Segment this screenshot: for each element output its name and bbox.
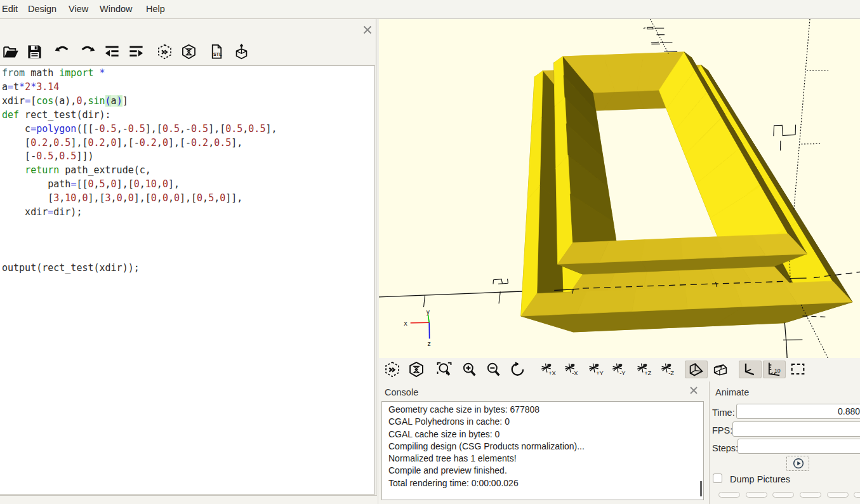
- menu-edit[interactable]: Edit: [2, 0, 18, 18]
- console-title: Console: [385, 387, 418, 397]
- console-close-button[interactable]: [687, 384, 700, 397]
- render-preview-icon: [383, 361, 401, 378]
- viewtb-zoom-in-button[interactable]: [460, 361, 478, 378]
- view-px-icon: +X: [539, 361, 557, 378]
- view-mx-icon: -X: [562, 361, 580, 378]
- view-mz-icon: -Z: [659, 361, 677, 378]
- dump-pictures-checkbox[interactable]: [713, 474, 722, 483]
- open-icon: [3, 43, 20, 60]
- fps-input[interactable]: [732, 421, 860, 437]
- viewtb-zoom-fit-button[interactable]: [435, 361, 453, 378]
- viewtb-view-my-button[interactable]: -Y: [610, 361, 628, 378]
- menu-view[interactable]: View: [69, 0, 88, 18]
- view-toolbar: +X-X+Y-Y+Z-Z10: [379, 358, 860, 381]
- pill-button-1[interactable]: [718, 492, 740, 498]
- svg-text:10: 10: [774, 368, 781, 374]
- view-py-icon: +Y: [586, 361, 604, 378]
- viewtb-view-mx-button[interactable]: -X: [562, 361, 580, 378]
- zoom-in-icon: [460, 361, 478, 378]
- svg-text:-Z: -Z: [668, 370, 674, 376]
- editor-undo-button[interactable]: [54, 43, 71, 60]
- editor-redo-button[interactable]: [79, 43, 96, 60]
- show-axes-icon: [741, 361, 759, 378]
- fps-label: FPS:: [712, 425, 732, 435]
- svg-text:-X: -X: [572, 370, 578, 376]
- render-icon: [407, 361, 425, 378]
- viewport-3d[interactable]: x y z: [379, 19, 860, 358]
- zoom-fit-icon: [435, 361, 453, 378]
- viewtb-view-px-button[interactable]: +X: [539, 361, 557, 378]
- viewtb-view-mz-button[interactable]: -Z: [659, 361, 677, 378]
- menu-design[interactable]: Design: [28, 0, 56, 18]
- viewtb-render-preview-button[interactable]: [383, 361, 401, 378]
- pill-button-3[interactable]: [772, 492, 794, 498]
- unindent-icon: [103, 43, 121, 60]
- viewtb-view-pz-button[interactable]: +Z: [635, 361, 652, 378]
- render-icon: [180, 43, 197, 60]
- pill-button-5[interactable]: [827, 492, 849, 498]
- render-preview-icon: [156, 43, 173, 60]
- console-log[interactable]: Geometry cache size in bytes: 677808CGAL…: [381, 401, 704, 500]
- viewtb-render-button[interactable]: [407, 361, 425, 378]
- redo-icon: [79, 43, 96, 60]
- editor-export-stl-button[interactable]: STL: [208, 43, 225, 60]
- viewtb-perspective-button[interactable]: [685, 361, 708, 378]
- viewtb-zoom-out-button[interactable]: [484, 361, 502, 378]
- perspective-icon: [687, 361, 705, 378]
- editor-save-button[interactable]: [26, 43, 43, 60]
- menu-bar: Edit Design View Window Help: [0, 0, 860, 19]
- code-editor[interactable]: from math import *a=t*2*3.14xdir=[cos(a)…: [0, 65, 375, 494]
- editor-render-button[interactable]: [180, 43, 197, 60]
- viewtb-view-py-button[interactable]: +Y: [586, 361, 604, 378]
- dump-pictures-label: Dump Pictures: [730, 474, 790, 484]
- pill-button-6[interactable]: [854, 492, 860, 498]
- editor-render-preview-button[interactable]: [156, 43, 173, 60]
- view-pz-icon: +Z: [635, 361, 652, 378]
- play-button[interactable]: [786, 456, 809, 471]
- viewtb-orthographic-button[interactable]: [711, 361, 729, 378]
- svg-text:+Y: +Y: [596, 370, 604, 376]
- undo-icon: [54, 43, 71, 60]
- play-icon: [791, 456, 805, 470]
- close-icon: [687, 384, 700, 397]
- console-scrollbar-thumb[interactable]: [700, 481, 702, 496]
- gizmo-x-label: x: [404, 320, 407, 327]
- gizmo-z-label: z: [427, 340, 431, 347]
- svg-text:-Y: -Y: [619, 370, 626, 376]
- viewtb-view-all-button[interactable]: [789, 361, 807, 378]
- zoom-out-icon: [484, 361, 502, 378]
- editor-close-button[interactable]: [361, 23, 374, 37]
- show-scale-markers-icon: 10: [765, 361, 783, 378]
- export-stl-icon: STL: [208, 43, 225, 60]
- viewtb-show-scale-markers-button[interactable]: 10: [763, 361, 786, 378]
- time-label: Time:: [712, 408, 735, 418]
- menu-help[interactable]: Help: [146, 0, 165, 18]
- animate-dock: Animate Time: FPS: Steps: Dump Pictures: [709, 381, 860, 504]
- animate-title: Animate: [715, 387, 749, 397]
- viewtb-reset-view-button[interactable]: [509, 361, 527, 378]
- view-all-icon: [789, 361, 807, 378]
- editor-unindent-button[interactable]: [103, 43, 121, 60]
- indent-icon: [128, 43, 145, 60]
- steps-label: Steps:: [712, 443, 738, 453]
- svg-text:+X: +X: [548, 370, 556, 376]
- pill-button-4[interactable]: [800, 492, 821, 498]
- save-icon: [26, 43, 43, 60]
- render-3d-object: x y z: [379, 19, 860, 358]
- menu-window[interactable]: Window: [100, 0, 133, 18]
- viewtb-show-axes-button[interactable]: [739, 361, 762, 378]
- view-my-icon: -Y: [610, 361, 628, 378]
- svg-text:STL: STL: [213, 51, 222, 57]
- orthographic-icon: [711, 361, 729, 378]
- time-input[interactable]: [736, 404, 860, 419]
- pill-button-2[interactable]: [746, 492, 767, 498]
- window-bottom-strip: [0, 495, 377, 504]
- editor-dock: STL from math import *a=t*2*3.14xdir=[co…: [0, 19, 376, 504]
- close-icon: [361, 23, 374, 37]
- editor-open-button[interactable]: [3, 43, 20, 60]
- svg-text:+Z: +Z: [644, 370, 651, 376]
- console-dock: Console Geometry cache size in bytes: 67…: [379, 381, 707, 504]
- steps-input[interactable]: [738, 439, 860, 454]
- editor-indent-button[interactable]: [128, 43, 145, 60]
- editor-export-3d-button[interactable]: [233, 43, 250, 60]
